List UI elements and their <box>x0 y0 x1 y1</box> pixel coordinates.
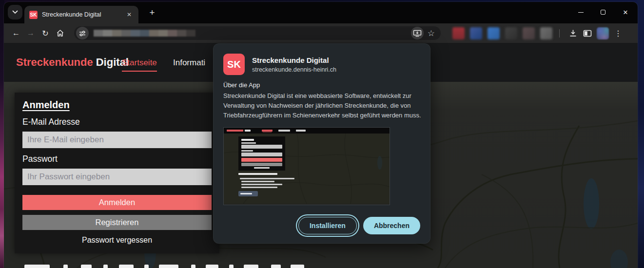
extension-icon[interactable] <box>488 27 500 39</box>
redacted-url-text <box>94 30 195 37</box>
back-button[interactable]: ← <box>9 26 23 40</box>
truncated-heading-fragments <box>4 264 345 268</box>
about-text: Streckenkunde Digital ist eine webbasier… <box>223 91 423 120</box>
window-controls: ✕ <box>569 2 637 22</box>
tab-close-icon[interactable]: ✕ <box>125 10 134 19</box>
minimize-button[interactable] <box>569 2 592 22</box>
app-sk-icon: SK <box>223 54 245 75</box>
screenshot-navbar <box>224 128 390 134</box>
forgot-password-link[interactable]: Passwort vergessen <box>15 236 219 245</box>
extension-icons[interactable] <box>452 27 552 39</box>
site-brand[interactable]: StreckenkundeDigital <box>16 56 129 69</box>
close-window-button[interactable]: ✕ <box>614 2 637 22</box>
home-button[interactable] <box>53 26 67 40</box>
tab-title: Streckenkunde Digital <box>42 11 125 18</box>
cancel-button[interactable]: Abbrechen <box>363 217 420 234</box>
nav-item-informationen[interactable]: Informati <box>173 58 205 68</box>
extension-icon[interactable] <box>540 27 552 39</box>
address-bar[interactable]: ☆ <box>74 26 441 40</box>
side-panel-icon <box>583 30 592 37</box>
install-dialog-footer: Installieren Abbrechen <box>298 217 420 234</box>
minimize-icon <box>578 12 584 13</box>
bookmark-star-icon[interactable]: ☆ <box>428 28 435 38</box>
install-dialog: SK Streckenkunde Digital streckenkunde.d… <box>213 43 430 244</box>
extension-icon[interactable] <box>470 27 482 39</box>
desktop-wallpaper-right <box>637 0 644 268</box>
install-app-omnibox-button[interactable] <box>411 27 424 39</box>
extension-icon[interactable] <box>452 27 465 39</box>
email-label: E-Mail Adresse <box>22 117 80 127</box>
side-panel-button[interactable] <box>580 26 595 40</box>
extension-icon[interactable] <box>523 27 535 39</box>
password-label: Passwort <box>22 154 58 164</box>
browser-menu-button[interactable]: ⋮ <box>611 26 625 40</box>
screenshot-more-info-button <box>238 191 258 196</box>
site-settings-button[interactable] <box>76 27 89 39</box>
tab-search-button[interactable] <box>8 5 22 19</box>
new-tab-button[interactable]: + <box>146 7 158 19</box>
forward-button[interactable]: → <box>23 26 38 40</box>
home-icon <box>56 29 64 37</box>
tab-strip: SK Streckenkunde Digital ✕ + ✕ <box>4 2 638 23</box>
tab-favicon-sk-icon: SK <box>29 11 38 19</box>
app-screenshot-preview <box>223 127 390 205</box>
about-heading: Über die App <box>223 81 420 89</box>
register-button[interactable]: Registrieren <box>22 215 212 230</box>
install-dialog-header: SK Streckenkunde Digital streckenkunde.d… <box>223 54 420 75</box>
install-app-icon <box>413 30 422 37</box>
brand-primary: Streckenkunde <box>16 56 93 68</box>
chevron-down-icon <box>12 10 18 14</box>
install-button[interactable]: Installieren <box>298 217 357 234</box>
browser-tab[interactable]: SK Streckenkunde Digital ✕ <box>24 6 138 23</box>
tune-icon <box>79 30 86 37</box>
login-heading: Anmelden <box>22 99 70 111</box>
login-card: Anmelden E-Mail Adresse Passwort Anmelde… <box>15 93 219 253</box>
app-origin: streckenkunde.dennis-heinri.ch <box>252 66 336 73</box>
app-name: Streckenkunde Digital <box>252 56 336 64</box>
profile-avatar[interactable] <box>597 27 609 39</box>
screenshot-login-card <box>238 136 285 171</box>
maximize-icon <box>601 10 605 15</box>
toolbar-divider <box>559 29 560 38</box>
download-icon <box>569 29 577 37</box>
downloads-button[interactable] <box>566 26 580 40</box>
reload-button[interactable]: ↻ <box>38 26 53 40</box>
email-field[interactable] <box>22 132 212 148</box>
maximize-button[interactable] <box>592 2 614 22</box>
nav-item-startseite[interactable]: Startseite <box>122 58 157 72</box>
password-field[interactable] <box>22 169 212 185</box>
browser-toolbar: ← → ↻ <box>4 23 638 43</box>
extension-icon[interactable] <box>505 27 517 39</box>
login-button[interactable]: Anmelden <box>22 195 212 210</box>
